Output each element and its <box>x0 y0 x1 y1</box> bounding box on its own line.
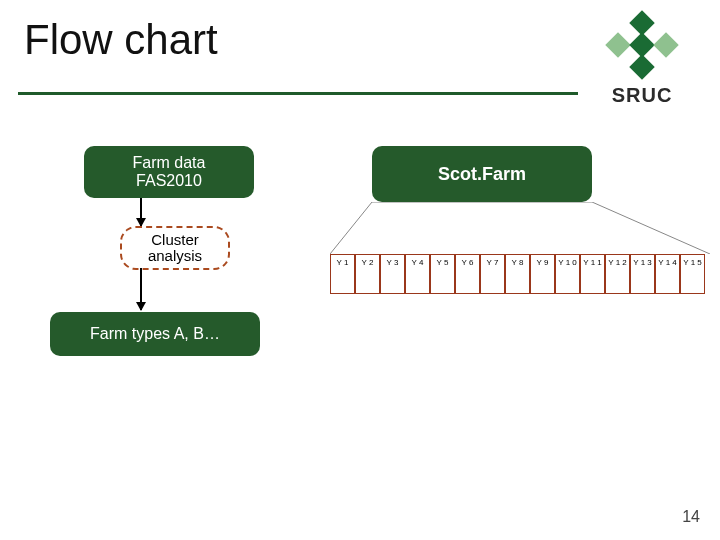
year-cells: Y 1 Y 2 Y 3 Y 4 Y 5 Y 6 Y 7 Y 8 Y 9 Y 1 … <box>330 254 705 294</box>
arrow-farmdata-to-cluster <box>140 198 142 226</box>
box-farm-types-label: Farm types A, B… <box>90 325 220 343</box>
year-cell: Y 2 <box>355 254 380 294</box>
year-cell: Y 1 5 <box>680 254 705 294</box>
year-cell: Y 1 3 <box>630 254 655 294</box>
year-cell: Y 9 <box>530 254 555 294</box>
year-cell: Y 6 <box>455 254 480 294</box>
title-underline <box>18 92 578 95</box>
box-farm-data-label: Farm data FAS2010 <box>133 154 206 191</box>
year-cell: Y 1 <box>330 254 355 294</box>
year-cell: Y 1 2 <box>605 254 630 294</box>
box-cluster-analysis: Cluster analysis <box>120 226 230 270</box>
page-number: 14 <box>682 508 700 526</box>
page-title: Flow chart <box>24 16 218 64</box>
year-cell: Y 4 <box>405 254 430 294</box>
year-cell: Y 8 <box>505 254 530 294</box>
box-scotfarm: Scot.Farm <box>372 146 592 202</box>
box-farm-data: Farm data FAS2010 <box>84 146 254 198</box>
box-scotfarm-label: Scot.Farm <box>438 164 526 185</box>
year-cell: Y 3 <box>380 254 405 294</box>
year-cell: Y 1 0 <box>555 254 580 294</box>
scotfarm-fan-connector <box>330 202 710 254</box>
logo-text: SRUC <box>582 84 702 107</box>
year-cell: Y 7 <box>480 254 505 294</box>
box-cluster-analysis-label: Cluster analysis <box>148 232 202 264</box>
year-cell: Y 5 <box>430 254 455 294</box>
logo-diamonds <box>582 12 702 78</box>
box-farm-types: Farm types A, B… <box>50 312 260 356</box>
sruc-logo: SRUC <box>582 12 702 107</box>
year-cell: Y 1 1 <box>580 254 605 294</box>
arrow-cluster-to-farmtypes <box>140 268 142 310</box>
year-cell: Y 1 4 <box>655 254 680 294</box>
